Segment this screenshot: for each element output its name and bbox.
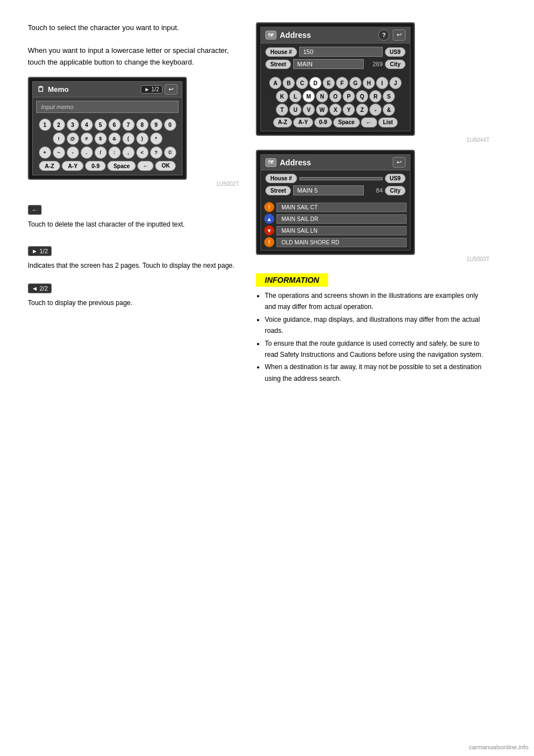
list-text-3[interactable]: MAIN SAIL LN xyxy=(276,226,407,235)
house-field-label[interactable]: House # xyxy=(265,47,297,57)
addr-key-g[interactable]: G xyxy=(349,77,362,89)
key-hash[interactable]: # xyxy=(81,132,93,145)
addr-key-r[interactable]: R xyxy=(369,90,382,102)
address-map-icon-2: 🗺 xyxy=(265,158,276,167)
addr-key-q[interactable]: Q xyxy=(356,90,368,102)
address-title-group-2: 🗺 Address xyxy=(265,158,311,167)
addr-key-y[interactable]: Y xyxy=(343,104,355,116)
addr-key-n[interactable]: N xyxy=(316,90,328,102)
list-text-1[interactable]: MAIN SAIL CT xyxy=(276,203,407,212)
key-4[interactable]: 4 xyxy=(81,119,93,131)
addr-key-dash[interactable]: - xyxy=(369,104,382,116)
key-3[interactable]: 3 xyxy=(67,119,79,131)
key-question[interactable]: ? xyxy=(150,146,162,159)
key-5[interactable]: 5 xyxy=(95,119,107,131)
addr-key-t[interactable]: T xyxy=(276,104,288,116)
key-cparen[interactable]: ) xyxy=(136,132,149,145)
key-amp[interactable]: & xyxy=(108,132,121,145)
addr-key-m[interactable]: M xyxy=(303,90,315,102)
key-2[interactable]: 2 xyxy=(53,119,65,131)
key-9[interactable]: 9 xyxy=(150,119,162,131)
addr-key-e[interactable]: E xyxy=(323,77,335,89)
street-field-label[interactable]: Street xyxy=(265,60,291,69)
list-text-2[interactable]: MAIN SAIL DR xyxy=(276,214,407,224)
addr-key-ay[interactable]: A-Y xyxy=(293,117,313,127)
key-1[interactable]: 1 xyxy=(39,119,51,131)
info-item-1: The operations and screens shown in the … xyxy=(265,290,490,313)
street-field-label-2[interactable]: Street xyxy=(265,186,291,195)
back-icon-indicator: ← xyxy=(28,205,42,215)
addr-key-p[interactable]: P xyxy=(343,90,355,102)
address-back-button-2[interactable]: ↩ xyxy=(393,157,406,168)
key-8[interactable]: 8 xyxy=(136,119,149,131)
city-button-2[interactable]: City xyxy=(385,186,406,195)
memo-input[interactable]: Input memo xyxy=(36,101,179,113)
list-item-2[interactable]: ▲ MAIN SAIL DR xyxy=(264,214,407,224)
addr-key-s[interactable]: S xyxy=(383,90,395,102)
addr-key-l[interactable]: L xyxy=(289,90,301,102)
memo-back-button[interactable]: ↩ xyxy=(165,84,177,95)
key-dot[interactable]: . xyxy=(81,146,93,159)
key-plus[interactable]: + xyxy=(39,146,51,159)
addr-row-3: T U V W X Y Z - & xyxy=(264,104,407,116)
addr-key-a[interactable]: A xyxy=(269,77,281,89)
addr-key-u[interactable]: U xyxy=(289,104,301,116)
addr-key-h[interactable]: H xyxy=(363,77,375,89)
key-7[interactable]: 7 xyxy=(122,119,135,131)
key-az[interactable]: A-Z xyxy=(39,161,61,171)
address-header-2: 🗺 Address ↩ xyxy=(261,155,410,170)
key-colon[interactable]: : xyxy=(108,146,121,159)
addr-key-09[interactable]: 0-9 xyxy=(314,117,332,127)
key-star[interactable]: * xyxy=(150,132,162,145)
info-list: The operations and screens shown in the … xyxy=(265,290,490,384)
key-slash[interactable]: / xyxy=(95,146,107,159)
address-back-button-1[interactable]: ↩ xyxy=(393,30,406,41)
list-item-1[interactable]: ! MAIN SAIL CT xyxy=(264,202,407,212)
addr-key-c[interactable]: C xyxy=(296,77,308,89)
key-space[interactable]: Space xyxy=(107,161,136,171)
addr-key-space[interactable]: Space xyxy=(333,117,359,127)
addr-key-k[interactable]: K xyxy=(276,90,288,102)
list-item-4[interactable]: ! OLD MAIN SHORE RD xyxy=(264,237,407,247)
key-ay[interactable]: A-Y xyxy=(62,161,83,171)
address-help-button-1[interactable]: ? xyxy=(378,30,389,41)
key-excl[interactable]: ! xyxy=(53,132,65,145)
key-ok[interactable]: OK xyxy=(155,161,176,171)
key-comma[interactable]: , xyxy=(122,146,135,159)
addr-key-j[interactable]: J xyxy=(389,77,402,89)
addr-key-f[interactable]: F xyxy=(336,77,348,89)
addr-key-w[interactable]: W xyxy=(316,104,328,116)
list-text-4[interactable]: OLD MAIN SHORE RD xyxy=(276,238,407,247)
list-item-3[interactable]: ▼ MAIN SAIL LN xyxy=(264,225,407,235)
addr-key-i[interactable]: I xyxy=(376,77,388,89)
key-at[interactable]: @ xyxy=(67,132,79,145)
city-button-1[interactable]: City xyxy=(385,60,406,69)
key-6[interactable]: 6 xyxy=(108,119,121,131)
next-page-icon: ► 1/2 xyxy=(32,248,48,254)
key-minus[interactable]: - xyxy=(67,146,79,159)
addr-key-d[interactable]: D xyxy=(309,77,322,89)
key-oparen[interactable]: ( xyxy=(122,132,135,145)
house-field-value-2 xyxy=(299,177,383,180)
addr-key-b[interactable]: B xyxy=(283,77,295,89)
address-title-1: Address xyxy=(280,31,311,40)
addr-key-backspace[interactable]: ← xyxy=(361,117,377,127)
addr-key-list[interactable]: List xyxy=(378,117,398,127)
addr-key-o[interactable]: O xyxy=(329,90,342,102)
key-0[interactable]: 0 xyxy=(164,119,176,131)
key-09[interactable]: 0-9 xyxy=(85,161,105,171)
key-lt[interactable]: < xyxy=(136,146,149,159)
addr-key-v[interactable]: V xyxy=(303,104,315,116)
addr-key-x[interactable]: X xyxy=(329,104,342,116)
house-field-label-2[interactable]: House # xyxy=(265,174,297,183)
page-indicator[interactable]: ► 1/2 xyxy=(141,85,162,94)
addr-key-z[interactable]: Z xyxy=(356,104,368,116)
us9-button-2[interactable]: US9 xyxy=(385,174,406,183)
addr-key-az[interactable]: A-Z xyxy=(273,117,293,127)
addr-key-ampersand[interactable]: & xyxy=(383,104,395,116)
us9-button-1[interactable]: US9 xyxy=(385,47,406,57)
key-copy[interactable]: © xyxy=(164,146,176,159)
key-dollar[interactable]: $ xyxy=(95,132,107,145)
key-backspace[interactable]: ← xyxy=(137,161,154,171)
key-tilde[interactable]: ~ xyxy=(53,146,65,159)
